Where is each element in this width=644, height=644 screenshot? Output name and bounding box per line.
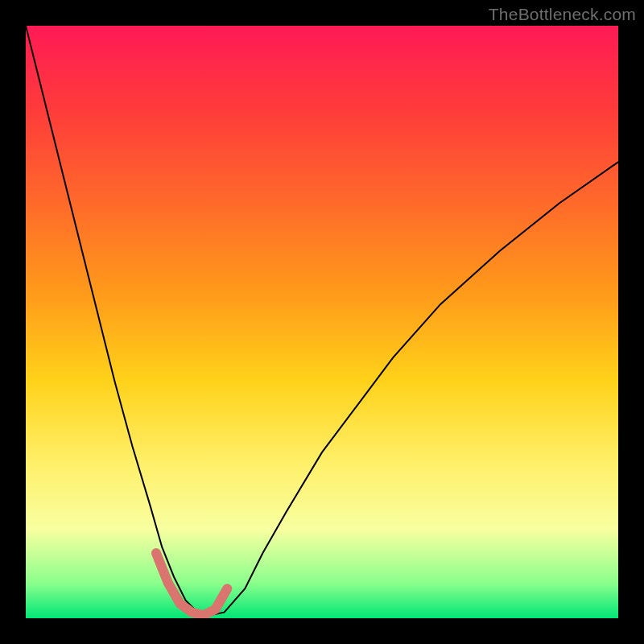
chart-frame: TheBottleneck.com — [0, 0, 644, 644]
chart-plot-area — [26, 26, 618, 618]
bottleneck-curve — [26, 26, 618, 615]
chart-svg — [26, 26, 618, 618]
watermark-label: TheBottleneck.com — [489, 5, 636, 24]
